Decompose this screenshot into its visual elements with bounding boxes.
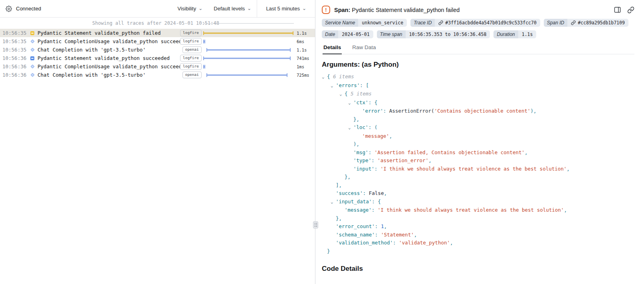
meta-badge-label: Time span [377, 30, 406, 38]
traces-header-text: Showing all traces after 2024-05-01 10:5… [92, 20, 219, 26]
code-token-p: , [567, 166, 570, 172]
link-icon[interactable] [571, 20, 576, 25]
meta-badge: Time span10:56:35.353 to 10:56:36.458 [377, 30, 490, 38]
code-token-p: , [564, 207, 567, 213]
code-token-p: : [383, 108, 389, 114]
trace-toolbar: Connected Visibility ⌄ Default levels ⌄ … [0, 0, 315, 18]
code-line: 'success': False, [322, 189, 634, 198]
gear-icon[interactable] [6, 6, 12, 12]
code-line: ⌄'errors': [ [322, 81, 634, 90]
collapse-chevron-icon[interactable]: ⌄ [339, 90, 345, 99]
tab-details[interactable]: Details [323, 42, 342, 54]
code-token-c: 6 items [330, 73, 354, 79]
span-diamond-icon [30, 65, 34, 69]
tab-raw-data[interactable]: Raw Data [351, 42, 376, 54]
duration-label: 6ms [295, 39, 315, 44]
meta-row-1: Service Nameunknown_serviceTrace ID#3ff1… [322, 19, 634, 27]
code-token-p: , [525, 149, 528, 155]
trace-row[interactable]: 10:56:36Pydantic Statement validate_pyth… [0, 54, 315, 62]
span-title: Span: Pydantic Statement validate_python… [334, 7, 460, 13]
trace-row[interactable]: 10:56:35Chat Completion with 'gpt-3.5-tu… [0, 46, 315, 54]
code-token-p: }, [336, 215, 342, 221]
trace-timestamp: 10:56:36 [2, 64, 27, 70]
code-token-s: 'Contains objectionable content' [434, 108, 531, 114]
chevron-down-icon: ⌄ [198, 6, 202, 11]
code-token-p: , [384, 223, 387, 229]
meta-badge-value: 10:56:35.353 to 10:56:36.458 [406, 30, 490, 38]
code-token-p: ), [530, 108, 536, 114]
code-token-k: 'message' [345, 207, 372, 213]
code-line: 'type': 'assertion_error', [322, 157, 634, 165]
collapse-chevron-icon[interactable]: ⌄ [322, 73, 327, 81]
code-line: 'error': AssertionError('Contains object… [322, 107, 634, 115]
trace-label: Pydantic Statement validate_python faile… [38, 30, 180, 36]
scope-badge: logfire [180, 63, 202, 70]
trace-label: Pydantic CompletionUsage validate_python… [38, 64, 180, 70]
duration-label: 741ms [295, 56, 315, 61]
meta-badge-value-text: 2024-05-01 [342, 32, 369, 37]
code-line: ⌄{ 6 items [322, 73, 634, 81]
meta-badge-label: Span ID [544, 19, 567, 27]
toolbar-right: Visibility ⌄ Default levels ⌄ Last 5 min… [172, 0, 315, 17]
trace-row[interactable]: 10:56:36Chat Completion with 'gpt-3.5-tu… [0, 71, 315, 79]
code-line: }, [322, 173, 634, 181]
meta-badge-label: Duration [493, 30, 518, 38]
code-line: 'msg': 'Assertion failed, Contains objec… [322, 149, 634, 157]
code-token-k: 'error_count' [336, 223, 375, 229]
meta-badge-value: 1.1s [518, 30, 537, 38]
info-level-icon [30, 56, 34, 60]
meta-badge: Trace ID#3ff16acbdde4a547b01d9c9c533fcc7… [410, 19, 540, 27]
chevron-down-icon: ⌄ [302, 6, 306, 11]
trace-row[interactable]: 10:56:35Pydantic Statement validate_pyth… [0, 29, 315, 37]
warning-icon: ! [322, 6, 330, 14]
timeline-axis [204, 23, 294, 24]
code-token-s: 'I think we should always treat violence… [378, 207, 564, 213]
code-details-heading: Code Details [322, 265, 634, 273]
trace-row[interactable]: 10:56:35Pydantic CompletionUsage validat… [0, 37, 315, 46]
collapse-chevron-icon[interactable]: ⌄ [348, 99, 353, 107]
meta-badge-value: #3ff16acbdde4a547b01d9c9c533fcc70 [435, 19, 540, 27]
meta-badge-label: Service Name [322, 19, 358, 27]
meta-badge-value: 2024-05-01 [338, 30, 373, 38]
trace-row[interactable]: 10:56:36Pydantic CompletionUsage validat… [0, 62, 315, 71]
trace-timestamp: 10:56:36 [2, 72, 27, 78]
code-token-s: 'message' [362, 133, 389, 139]
code-line: 'input': 'I think we should always treat… [322, 165, 634, 173]
duration-bar [203, 31, 293, 35]
toolbar-left: Connected [0, 0, 41, 17]
code-line: } [322, 247, 634, 256]
code-token-pl: AssertionError( [389, 108, 434, 114]
code-token-p: } [327, 248, 330, 254]
panel-layout-icon[interactable] [614, 6, 621, 14]
code-line: 'message', [322, 132, 634, 141]
collapse-chevron-icon[interactable]: ⌄ [348, 124, 353, 132]
link-icon[interactable] [438, 20, 443, 25]
collapse-chevron-icon[interactable]: ⌄ [331, 198, 336, 207]
time-range-label: Last 5 minutes [266, 6, 300, 12]
meta-row-2: Date2024-05-01Time span10:56:35.353 to 1… [322, 30, 634, 38]
time-range-dropdown[interactable]: Last 5 minutes ⌄ [257, 0, 315, 17]
collapse-chevron-icon[interactable]: ⌄ [331, 82, 336, 90]
code-token-k: 'loc' [353, 124, 369, 130]
code-token-p: : [372, 207, 378, 213]
scope-badge: openai [182, 71, 202, 78]
meta-badge-label: Trace ID [410, 19, 435, 27]
default-levels-label: Default levels [214, 6, 245, 12]
chevron-down-icon: ⌄ [247, 6, 251, 11]
duration-bar [203, 56, 291, 60]
code-token-k: 'input_data' [336, 199, 372, 205]
copy-link-icon[interactable] [627, 6, 634, 14]
code-line: ⌄'input_data': { [322, 198, 634, 207]
code-token-p: : [363, 190, 369, 196]
trace-label: Pydantic Statement validate_python succe… [38, 55, 180, 61]
code-token-k: 'type' [353, 157, 371, 163]
code-line: ⌄'loc': ( [322, 123, 634, 132]
duration-bar [206, 73, 287, 77]
visibility-dropdown[interactable]: Visibility ⌄ [172, 0, 208, 17]
code-token-k: 'input' [353, 166, 375, 172]
panel-resize-handle[interactable] [313, 221, 318, 228]
default-levels-dropdown[interactable]: Default levels ⌄ [208, 0, 257, 17]
meta-badge: Service Nameunknown_service [322, 19, 407, 27]
code-line: ], [322, 181, 634, 190]
duration-bar-track [203, 37, 293, 46]
